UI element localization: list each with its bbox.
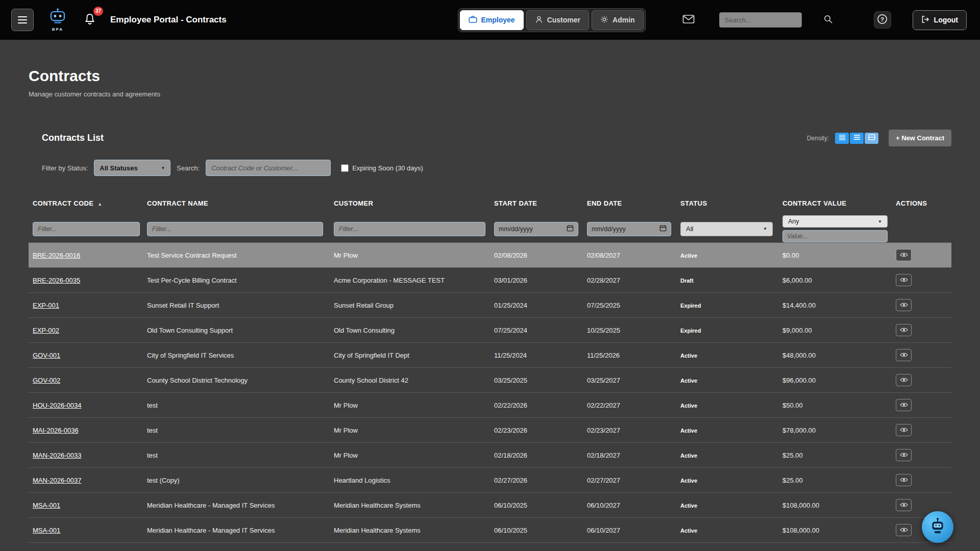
column-label: CONTRACT VALUE [782,199,846,207]
view-contract-button[interactable] [896,249,912,261]
name-filter-input[interactable] [147,222,323,236]
value-operator-select[interactable]: Any ▼ [782,215,888,228]
eye-icon [900,302,908,309]
contract-code-link[interactable]: BRE-2026-0035 [33,277,80,284]
customer-filter-input[interactable] [334,222,485,236]
column-header-start-date[interactable]: START DATE [490,195,583,215]
eye-icon [900,377,908,384]
table-row[interactable]: HOU-2026-0034 test Mr Plow 02/22/2026 02… [29,393,951,418]
topbar: BPA 37 Employee Portal - Contracts Emplo… [0,0,980,40]
app-title: Employee Portal - Contracts [110,15,227,25]
expiring-soon-checkbox[interactable] [341,164,349,172]
chevron-down-icon: ▼ [161,166,165,170]
filter-by-status-label: Filter by Status: [42,164,88,172]
contract-code-link[interactable]: MSA-001 [33,527,60,534]
customer-cell: Sunset Retail Group [330,293,490,318]
status-badge: Active [680,528,697,534]
expiring-soon-filter[interactable]: Expiring Soon (30 days) [341,164,423,172]
table-row[interactable]: BRE-2026-0016 Test Service Contract Requ… [29,243,951,268]
status-column-filter-select[interactable]: All ▼ [680,222,773,236]
status-badge: Draft [680,278,694,284]
table-row[interactable]: BRE-2026-0035 Test Per-Cycle Billing Con… [29,268,951,293]
status-badge: Active [680,253,697,259]
view-contract-button[interactable] [896,299,912,311]
chevron-down-icon: ▼ [763,227,767,231]
view-contract-button[interactable] [896,399,912,411]
search-submit-button[interactable] [822,13,834,27]
contract-value-cell: $108,000.00 [778,493,892,518]
contract-name-cell: Meridian Healthcare - Managed IT Service… [143,493,330,518]
contract-code-link[interactable]: GOV-002 [33,377,60,384]
status-badge: Active [680,453,697,459]
end-date-filter-input[interactable]: mm/dd/yyyy [587,222,671,236]
contract-code-link[interactable]: MSA-001 [33,502,60,509]
table-row[interactable]: GOV-002 County School District Technolog… [29,368,951,393]
contracts-list-section: Contracts List Density: [29,130,951,543]
help-button[interactable]: ? [874,11,891,29]
tab-customer[interactable]: Customer [526,10,589,30]
contract-code-link[interactable]: MAN-2026-0033 [33,452,81,459]
view-contract-button[interactable] [896,424,912,436]
topbar-search-input[interactable] [719,12,802,28]
status-filter-select[interactable]: All Statuses ▼ [94,160,170,176]
view-contract-button[interactable] [896,449,912,461]
chat-bot-button[interactable] [922,511,953,543]
end-date-cell: 02/22/2027 [583,393,676,418]
end-date-cell: 11/25/2026 [583,343,676,368]
end-date-cell: 07/25/2025 [583,293,676,318]
column-header-contract-value[interactable]: CONTRACT VALUE [778,195,892,215]
start-date-cell: 03/01/2026 [490,268,583,293]
value-filter-input[interactable] [782,230,888,242]
table-row[interactable]: EXP-002 Old Town Consulting Support Old … [29,318,951,343]
end-date-cell: 02/28/2027 [583,268,676,293]
view-contract-button[interactable] [896,274,912,286]
contract-code-link[interactable]: MAI-2026-0036 [33,427,79,434]
contract-name-cell: Old Town Consulting Support [143,318,330,343]
messages-button[interactable] [681,13,696,27]
notifications-button[interactable]: 37 [82,11,98,30]
contract-name-cell: Test Per-Cycle Billing Contract [143,268,330,293]
menu-button[interactable] [11,9,34,31]
column-header-status[interactable]: STATUS [676,195,778,215]
density-comfortable-button[interactable] [865,133,878,144]
list-header: Contracts List Density: [29,130,951,146]
column-header-contract-name[interactable]: CONTRACT NAME [143,195,330,215]
customer-cell: Heartland Logistics [330,468,490,493]
contract-code-link[interactable]: BRE-2026-0016 [33,252,80,259]
contract-value-cell: $78,000.00 [778,418,892,443]
tab-employee[interactable]: Employee [460,10,524,30]
table-row[interactable]: GOV-001 City of Springfield IT Services … [29,343,951,368]
column-header-contract-code[interactable]: CONTRACT CODE▲ [29,195,143,215]
tab-admin[interactable]: Admin [592,10,644,30]
code-filter-input[interactable] [33,222,140,236]
contract-code-link[interactable]: GOV-001 [33,352,60,359]
view-contract-button[interactable] [896,349,912,361]
contract-code-link[interactable]: EXP-001 [33,302,59,309]
table-row[interactable]: EXP-001 Sunset Retail IT Support Sunset … [29,293,951,318]
table-row[interactable]: MAN-2026-0037 test (Copy) Heartland Logi… [29,468,951,493]
view-contract-button[interactable] [896,374,912,386]
table-row[interactable]: MSA-001 Meridian Healthcare - Managed IT… [29,518,951,543]
table-row[interactable]: MAI-2026-0036 test Mr Plow 02/23/2026 02… [29,418,951,443]
contract-code-link[interactable]: HOU-2026-0034 [33,402,81,409]
table-row[interactable]: MSA-001 Meridian Healthcare - Managed IT… [29,493,951,518]
column-header-end-date[interactable]: END DATE [583,195,676,215]
logout-button[interactable]: Logout [913,10,967,30]
table-row[interactable]: MAN-2026-0033 test Mr Plow 02/18/2026 02… [29,443,951,468]
density-normal-button[interactable] [850,133,864,144]
customer-cell: Mr Plow [330,243,490,268]
view-contract-button[interactable] [896,499,912,511]
view-contract-button[interactable] [896,524,912,536]
density-compact-button[interactable] [835,133,849,144]
contract-code-link[interactable]: EXP-002 [33,327,59,334]
start-date-filter-input[interactable]: mm/dd/yyyy [494,222,578,236]
view-contract-button[interactable] [896,324,912,336]
expiring-soon-label: Expiring Soon (30 days) [352,164,423,172]
contract-code-link[interactable]: MAN-2026-0037 [33,477,81,484]
contracts-search-input[interactable] [206,160,331,176]
column-header-customer[interactable]: CUSTOMER [330,195,490,215]
view-contract-button[interactable] [896,474,912,486]
new-contract-button[interactable]: + New Contract [889,130,951,146]
tab-employee-label: Employee [481,16,515,24]
start-date-cell: 06/10/2025 [490,518,583,543]
